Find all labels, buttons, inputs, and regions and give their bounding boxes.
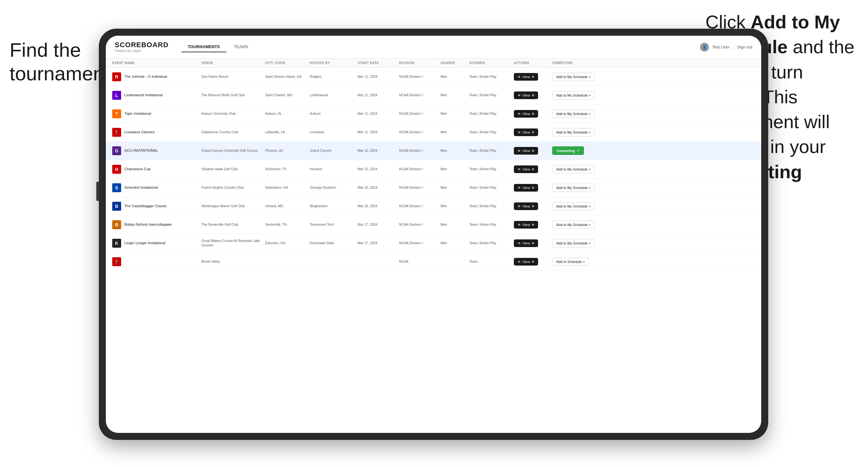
table-body: RThe Johnnie - O IndividualSea Palms Res… [106,68,761,271]
competing-button[interactable]: Competing [552,146,584,155]
col-actions: ACTIONS [514,61,552,65]
view-button[interactable]: View ⊕ [514,184,538,192]
event-name-cell: SSchenkel Invitational [112,183,202,192]
hosted-by-cell: Georgia Southern [310,186,358,190]
venue-cell: Brook Valley [202,259,265,264]
team-logo: T [112,110,121,118]
team-logo: 🏌 [112,257,121,266]
gender-cell: Men [440,241,469,245]
division-cell: NCAA [399,259,440,264]
start-date-cell: Mar 12, 2024 [358,149,399,153]
tab-teams[interactable]: TEAMS [227,42,255,52]
competing-cell: Add to My Schedule + [552,202,616,210]
event-name: Schenkel Invitational [124,185,158,190]
scoring-cell: Team, [469,259,514,264]
event-name-cell: KLinger Longer Invitational [112,239,202,248]
user-name: Test User [712,44,730,50]
view-button[interactable]: View ⊕ [514,165,538,173]
venue-cell: Sea Palms Resort [202,74,265,79]
venue-cell: Grand Canyon University Golf Course [202,149,265,153]
city-state-cell: Lafayette, LA [265,130,310,134]
scoring-cell: Team, Stroke Play [469,93,514,97]
gender-cell: Men [440,149,469,153]
scoring-cell: Team, Stroke Play [469,222,514,227]
competing-cell: Add to My Schedule + [552,73,616,81]
scoring-cell: Team, Stroke Play [469,112,514,116]
col-gender: GENDER [440,61,469,65]
start-date-cell: Mar 17, 2024 [358,241,399,245]
division-cell: NCAA Division I [399,204,440,209]
event-name: Louisiana Classics [124,130,155,134]
gender-cell: Men [440,222,469,227]
add-to-schedule-button[interactable]: Add to My Schedule + [552,202,595,210]
app-logo-sub: Powered by clippd [115,49,168,53]
view-button[interactable]: View ⊕ [514,240,538,247]
actions-cell: View ⊕ [514,184,552,192]
view-button[interactable]: View ⊕ [514,147,538,155]
scoring-cell: Team, Stroke Play [469,204,514,209]
hosted-by-cell: Binghamton [310,204,358,209]
gender-cell: Men [440,186,469,190]
col-scoring: SCORING [469,61,514,65]
view-button[interactable]: View ⊕ [514,221,538,228]
view-button[interactable]: View ⊕ [514,110,538,118]
competing-cell: Add to My Schedule + [552,110,616,118]
competing-cell: Add to My Schedule + [552,184,616,192]
city-state-cell: Sevierville, TN [265,222,310,227]
hosted-by-cell: Lindenwood [310,93,358,97]
team-logo: B [112,220,121,229]
view-button[interactable]: View ⊕ [514,73,538,81]
col-competing: COMPETING [552,61,616,65]
event-name-cell: RThe Johnnie - O Individual [112,72,202,81]
hosted-by-cell: Louisiana [310,130,358,134]
start-date-cell: Mar 11, 2024 [358,74,399,79]
tab-tournaments[interactable]: TOURNAMENTS [181,42,226,52]
event-name: Champions Cup [124,167,151,172]
add-to-schedule-button[interactable]: Add to My Schedule + [552,128,595,136]
start-date-cell: Mar 11, 2024 [358,130,399,134]
view-button[interactable]: View ⊕ [514,128,538,136]
city-state-cell: Auburn, AL [265,112,310,116]
add-to-schedule-button[interactable]: Add to My Schedule + [552,239,595,247]
team-logo: K [112,239,121,248]
view-button[interactable]: View ⊕ [514,258,538,266]
division-cell: NCAA Division I [399,222,440,227]
logo-area: SCOREBOARD Powered by clippd [115,41,168,53]
add-to-schedule-button[interactable]: Add to My Schedule + [552,184,595,192]
add-to-schedule-button[interactable]: Add to Schedule + [552,257,589,266]
add-to-schedule-button[interactable]: Add to My Schedule + [552,165,595,174]
add-to-schedule-button[interactable]: Add to My Schedule + [552,110,595,118]
start-date-cell: Mar 15, 2024 [358,186,399,190]
actions-cell: View ⊕ [514,240,552,247]
actions-cell: View ⊕ [514,221,552,228]
tablet-screen: SCOREBOARD Powered by clippd TOURNAMENTS… [106,36,761,433]
venue-cell: The Missouri Bluffs Golf Club [202,93,265,97]
event-name-cell: TTiger Invitational [112,110,202,118]
hosted-by-cell: Auburn [310,112,358,116]
add-to-schedule-button[interactable]: Add to My Schedule + [552,221,595,229]
competing-cell: Add to My Schedule + [552,91,616,99]
tablet-side-button [96,182,99,201]
event-name: Bobby Nichols Intercollegiate [124,222,172,227]
team-logo: 🏌 [112,128,121,137]
venue-cell: Oakbourne Country Club [202,130,265,134]
competing-cell: Add to Schedule + [552,257,616,266]
table-row: SSchenkel InvitationalForest Heights Cou… [106,179,761,197]
add-to-schedule-button[interactable]: Add to My Schedule + [552,91,595,99]
event-name-cell: 🏌 [112,257,202,266]
division-cell: NCAA Division I [399,186,440,190]
view-button[interactable]: View ⊕ [514,203,538,210]
division-cell: NCAA Division I [399,130,440,134]
scoring-cell: Team, Stroke Play [469,186,514,190]
view-button[interactable]: View ⊕ [514,92,538,99]
gender-cell: Men [440,93,469,97]
competing-cell: Add to My Schedule + [552,128,616,136]
sign-out-link[interactable]: Sign out [737,44,752,50]
event-name: GCU INVITATIONAL [124,148,158,153]
add-to-schedule-button[interactable]: Add to My Schedule + [552,73,595,81]
col-hosted-by: HOSTED BY [310,61,358,65]
team-logo: R [112,72,121,81]
table-row: LLindenwood InvitationalThe Missouri Blu… [106,86,761,104]
scoring-cell: Team, Stroke Play [469,241,514,245]
city-state-cell: Urbana, MD [265,204,310,209]
